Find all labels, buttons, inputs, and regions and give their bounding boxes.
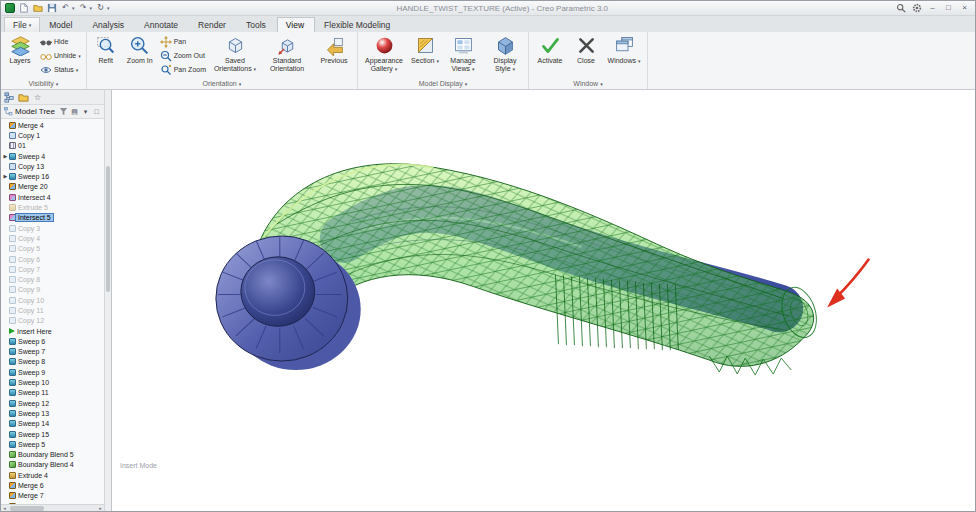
tree-item[interactable]: Copy 7 [2, 264, 104, 274]
scroll-right-arrow-icon[interactable]: ▸ [97, 505, 104, 511]
close-button[interactable]: Close [570, 34, 602, 66]
pan-button[interactable]: Pan [158, 35, 208, 48]
tree-item[interactable]: Sweep 15 [2, 429, 104, 439]
pan-zoom-button[interactable]: Pan Zoom [158, 63, 208, 76]
favorites-button[interactable]: ☆ [32, 92, 43, 103]
tree-item[interactable]: Copy 1 [2, 130, 104, 140]
zoom-out-button[interactable]: Zoom Out [158, 49, 208, 62]
tree-settings-button[interactable]: ▤ [70, 107, 79, 116]
previous-button[interactable]: Previous [314, 34, 354, 66]
tree-caret-button[interactable]: ▾ [81, 107, 90, 116]
tab-label: Render [198, 20, 226, 30]
tree-item-label: Sweep 11 [16, 389, 51, 396]
tree-item[interactable]: Insert Here [2, 326, 104, 336]
close-window-button[interactable]: × [959, 3, 970, 14]
tree-item[interactable]: Copy 5 [2, 244, 104, 254]
group-label-orientation[interactable]: Orientation▾ [90, 78, 354, 89]
section-button[interactable]: Section ▾ [409, 34, 441, 66]
tree-item[interactable]: Sweep 12 [2, 398, 104, 408]
status-button[interactable]: Status▾ [38, 63, 83, 76]
tree-item[interactable]: 01 [2, 141, 104, 151]
scroll-left-arrow-icon[interactable]: ◂ [1, 505, 8, 511]
ribbon-tab[interactable]: Tools [237, 17, 277, 32]
tree-item[interactable]: Boundary Blend 4 [2, 460, 104, 470]
tree-item[interactable]: Copy 3 [2, 223, 104, 233]
layers-button[interactable]: Layers [4, 34, 36, 66]
tree-item[interactable]: Copy 8 [2, 274, 104, 284]
new-file-button[interactable] [18, 3, 29, 14]
model-canvas[interactable] [112, 90, 975, 511]
folder-browser-button[interactable] [18, 92, 29, 103]
tree-item[interactable]: Copy 10 [2, 295, 104, 305]
undo-caret-icon[interactable]: ▾ [72, 5, 75, 11]
redo-caret-icon[interactable]: ▾ [90, 5, 93, 11]
ribbon-tab[interactable]: Analysis [83, 17, 135, 32]
tree-item[interactable]: Sweep 9 [2, 367, 104, 377]
ribbon-tab[interactable]: Flexible Modeling [315, 17, 401, 32]
model-tree-toggle-button[interactable] [4, 92, 15, 103]
hscroll-thumb[interactable] [10, 506, 44, 511]
tree-item[interactable]: Copy 12 [2, 316, 104, 326]
tree-filter-funnel-button[interactable] [59, 107, 68, 116]
tree-item[interactable]: Merge 20 [2, 182, 104, 192]
tree-item[interactable]: Sweep 7 [2, 347, 104, 357]
ribbon-tab[interactable]: View [277, 17, 315, 32]
undo-button[interactable]: ↶ [60, 3, 71, 14]
zoom-in-button[interactable]: Zoom In [124, 34, 156, 66]
group-label-visibility[interactable]: Visibility▾ [4, 78, 83, 89]
tree-item[interactable]: Copy 4 [2, 233, 104, 243]
tree-item[interactable]: Copy 6 [2, 254, 104, 264]
tree-item[interactable]: Sweep 11 [2, 388, 104, 398]
refit-button[interactable]: Refit [90, 34, 122, 66]
display-style-button[interactable]: Display Style ▾ [485, 34, 525, 73]
options-gear-button[interactable] [911, 3, 922, 14]
tree-item[interactable]: ▶ Sweep 16 [2, 171, 104, 181]
expand-arrow-icon[interactable]: ▶ [2, 154, 9, 159]
standard-orientation-button[interactable]: Standard Orientation [262, 34, 312, 73]
regenerate-button[interactable]: ↻ [95, 3, 106, 14]
tree-item[interactable]: Sweep 10 [2, 377, 104, 387]
expand-arrow-icon[interactable]: ▶ [2, 174, 9, 179]
tree-item[interactable]: Intersect 5 [2, 213, 104, 223]
tree-item[interactable]: Copy 11 [2, 305, 104, 315]
search-button[interactable] [895, 3, 906, 14]
tree-item[interactable]: Boundary Blend 5 [2, 450, 104, 460]
tree-item[interactable]: Copy 9 [2, 285, 104, 295]
tree-horizontal-scrollbar[interactable]: ◂ ▸ [1, 504, 104, 511]
saved-orientations-button[interactable]: Saved Orientations ▾ [210, 34, 260, 73]
vscroll-thumb[interactable] [106, 166, 110, 292]
tree-vertical-scrollbar[interactable] [104, 90, 111, 511]
ribbon-tab[interactable]: Render [189, 17, 237, 32]
tree-item[interactable]: Sweep 8 [2, 357, 104, 367]
minimize-button[interactable]: – [927, 3, 938, 14]
tree-item[interactable]: Extrude 4 [2, 470, 104, 480]
unhide-button[interactable]: Unhide▾ [38, 49, 83, 62]
activate-button[interactable]: Activate [532, 34, 568, 66]
tree-item[interactable]: Intersect 4 [2, 192, 104, 202]
open-button[interactable] [32, 3, 43, 14]
appearance-gallery-button[interactable]: Appearance Gallery ▾ [361, 34, 407, 73]
redo-button[interactable]: ↷ [78, 3, 89, 14]
ribbon-tab[interactable]: Annotate [135, 17, 189, 32]
tree-item[interactable]: Sweep 6 [2, 336, 104, 346]
group-label-model-display[interactable]: Model Display▾ [361, 78, 525, 89]
tree-item[interactable]: Extrude 5 [2, 202, 104, 212]
tree-item[interactable]: Sweep 5 [2, 439, 104, 449]
manage-views-button[interactable]: Manage Views ▾ [443, 34, 483, 73]
windows-button[interactable]: Windows ▾ [604, 34, 644, 66]
ribbon-tab[interactable]: Model [40, 17, 83, 32]
tree-item[interactable]: Merge 4 [2, 120, 104, 130]
hide-button[interactable]: Hide [38, 35, 83, 48]
maximize-button[interactable]: □ [943, 3, 954, 14]
ribbon-tab[interactable]: File ▾ [4, 17, 40, 32]
tree-item[interactable]: Merge 7 [2, 491, 104, 501]
handle-model[interactable] [216, 164, 823, 375]
tree-frame-button[interactable]: □ [92, 107, 101, 116]
group-label-window[interactable]: Window▾ [532, 78, 644, 89]
save-button[interactable] [46, 3, 57, 14]
tree-item[interactable]: ▶ Sweep 4 [2, 151, 104, 161]
tree-item[interactable]: Copy 13 [2, 161, 104, 171]
tree-item[interactable]: Merge 6 [2, 480, 104, 490]
tree-item[interactable]: Sweep 13 [2, 408, 104, 418]
tree-item[interactable]: Sweep 14 [2, 419, 104, 429]
